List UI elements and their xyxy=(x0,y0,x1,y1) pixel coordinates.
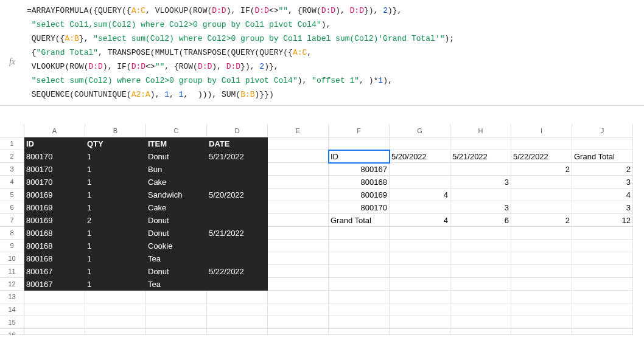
cell-F14[interactable] xyxy=(329,303,390,316)
cell-H3[interactable] xyxy=(450,163,511,176)
cell-I15[interactable] xyxy=(511,316,572,329)
cell-E15[interactable] xyxy=(268,316,329,329)
cell-C14[interactable] xyxy=(146,303,207,316)
cell-A15[interactable] xyxy=(24,316,85,329)
cell-J5[interactable]: 4 xyxy=(572,188,633,201)
cell-J14[interactable] xyxy=(572,303,633,316)
col-header-A[interactable]: A xyxy=(24,124,85,137)
col-header-C[interactable]: C xyxy=(146,124,207,137)
cell-B15[interactable] xyxy=(85,316,146,329)
cell-D3[interactable] xyxy=(207,163,268,176)
cell-D10[interactable] xyxy=(207,252,268,265)
cell-I10[interactable] xyxy=(511,252,572,265)
cell-J1[interactable] xyxy=(572,137,633,150)
cell-A6[interactable]: 800169 xyxy=(24,201,85,214)
cell-E8[interactable] xyxy=(268,227,329,240)
cell-I9[interactable] xyxy=(511,240,572,252)
cell-G8[interactable] xyxy=(390,227,450,240)
cell-F13[interactable] xyxy=(329,291,390,303)
cell-J6[interactable]: 3 xyxy=(572,201,633,214)
row-header-8[interactable]: 8 xyxy=(0,227,24,240)
cell-C15[interactable] xyxy=(146,316,207,329)
cell-J13[interactable] xyxy=(572,291,633,303)
cell-C16[interactable] xyxy=(146,329,207,335)
cell-F9[interactable] xyxy=(329,240,390,252)
cell-H16[interactable] xyxy=(450,329,511,335)
cell-I16[interactable] xyxy=(511,329,572,335)
row-header-4[interactable]: 4 xyxy=(0,176,24,188)
cell-J16[interactable] xyxy=(572,329,633,335)
cell-A1[interactable]: ID xyxy=(24,137,85,150)
cell-B12[interactable]: 1 xyxy=(85,278,146,291)
cell-G13[interactable] xyxy=(390,291,450,303)
col-header-E[interactable]: E xyxy=(268,124,329,137)
cell-A8[interactable]: 800168 xyxy=(24,227,85,240)
cell-I2[interactable]: 5/22/2022 xyxy=(511,150,572,163)
cell-I1[interactable] xyxy=(511,137,572,150)
cell-I11[interactable] xyxy=(511,265,572,278)
cell-B6[interactable]: 1 xyxy=(85,201,146,214)
cell-D16[interactable] xyxy=(207,329,268,335)
cell-H2[interactable]: 5/21/2022 xyxy=(450,150,511,163)
cell-E16[interactable] xyxy=(268,329,329,335)
cell-D15[interactable] xyxy=(207,316,268,329)
cell-C2[interactable]: Donut xyxy=(146,150,207,163)
cell-A12[interactable]: 800167 xyxy=(24,278,85,291)
cell-C11[interactable]: Donut xyxy=(146,265,207,278)
cell-E12[interactable] xyxy=(268,278,329,291)
cell-F11[interactable] xyxy=(329,265,390,278)
cell-D14[interactable] xyxy=(207,303,268,316)
cell-F12[interactable] xyxy=(329,278,390,291)
row-header-10[interactable]: 10 xyxy=(0,252,24,265)
cell-C6[interactable]: Cake xyxy=(146,201,207,214)
cell-B11[interactable]: 1 xyxy=(85,265,146,278)
cell-B14[interactable] xyxy=(85,303,146,316)
cell-F7[interactable]: Grand Total xyxy=(329,214,390,227)
cell-G2[interactable]: 5/20/2022 xyxy=(390,150,450,163)
cell-I4[interactable] xyxy=(511,176,572,188)
col-header-B[interactable]: B xyxy=(85,124,146,137)
col-header-D[interactable]: D xyxy=(207,124,268,137)
row-header-12[interactable]: 12 xyxy=(0,278,24,291)
cell-B4[interactable]: 1 xyxy=(85,176,146,188)
cell-B9[interactable]: 1 xyxy=(85,240,146,252)
cell-H14[interactable] xyxy=(450,303,511,316)
cell-C9[interactable]: Cookie xyxy=(146,240,207,252)
cell-C5[interactable]: Sandwich xyxy=(146,188,207,201)
cell-J7[interactable]: 12 xyxy=(572,214,633,227)
cell-B8[interactable]: 1 xyxy=(85,227,146,240)
cell-B5[interactable]: 1 xyxy=(85,188,146,201)
cell-H4[interactable]: 3 xyxy=(450,176,511,188)
select-all-corner[interactable] xyxy=(0,124,24,137)
cell-H7[interactable]: 6 xyxy=(450,214,511,227)
cell-H6[interactable]: 3 xyxy=(450,201,511,214)
cell-D8[interactable]: 5/21/2022 xyxy=(207,227,268,240)
cell-G14[interactable] xyxy=(390,303,450,316)
cell-A11[interactable]: 800167 xyxy=(24,265,85,278)
cell-E2[interactable] xyxy=(268,150,329,163)
row-header-16[interactable]: 16 xyxy=(0,329,24,335)
cell-F15[interactable] xyxy=(329,316,390,329)
cell-A5[interactable]: 800169 xyxy=(24,188,85,201)
cell-A10[interactable]: 800168 xyxy=(24,252,85,265)
cell-C13[interactable] xyxy=(146,291,207,303)
cell-D12[interactable] xyxy=(207,278,268,291)
cell-J8[interactable] xyxy=(572,227,633,240)
cell-E3[interactable] xyxy=(268,163,329,176)
cell-G4[interactable] xyxy=(390,176,450,188)
cell-I3[interactable]: 2 xyxy=(511,163,572,176)
cell-H13[interactable] xyxy=(450,291,511,303)
cell-C12[interactable]: Tea xyxy=(146,278,207,291)
cell-H5[interactable] xyxy=(450,188,511,201)
cell-I12[interactable] xyxy=(511,278,572,291)
cell-A2[interactable]: 800170 xyxy=(24,150,85,163)
cell-F2-active[interactable]: ID xyxy=(329,150,390,163)
cell-E11[interactable] xyxy=(268,265,329,278)
cell-E4[interactable] xyxy=(268,176,329,188)
col-header-H[interactable]: H xyxy=(450,124,511,137)
cell-E6[interactable] xyxy=(268,201,329,214)
cell-C1[interactable]: ITEM xyxy=(146,137,207,150)
cell-H1[interactable] xyxy=(450,137,511,150)
cell-I5[interactable] xyxy=(511,188,572,201)
cell-J9[interactable] xyxy=(572,240,633,252)
